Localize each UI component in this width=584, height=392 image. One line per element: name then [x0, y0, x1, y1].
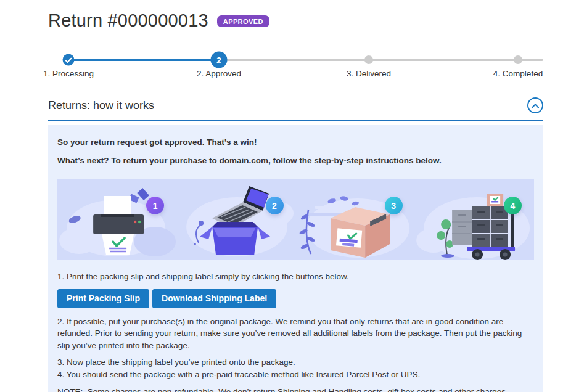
illustration-label-step: 3 — [296, 179, 415, 260]
step-delivered-dot — [364, 55, 373, 64]
instruction-step-3: 3. Now place the shipping label you’ve p… — [57, 356, 534, 369]
package-label-illustration — [296, 179, 415, 260]
return-instructions-panel: So your return request got approved. Tha… — [48, 125, 543, 392]
illustration-step-3-badge: 3 — [385, 197, 403, 214]
intro-line-1: So your return request got approved. Tha… — [57, 136, 534, 149]
returns-how-it-works-header: Returns: how it works — [48, 97, 543, 121]
print-packing-slip-button[interactable]: Print Packing Slip — [57, 289, 149, 308]
page-title: Return #000000013 — [48, 9, 208, 32]
section-title: Returns: how it works — [48, 99, 154, 112]
instruction-steps-3-4: 3. Now place the shipping label you’ve p… — [57, 356, 534, 380]
check-icon — [65, 54, 72, 65]
intro-line-2: What’s next? To return your purchase to … — [57, 155, 534, 167]
illustration-step-2-badge: 2 — [266, 197, 284, 214]
instruction-step-4: 4. You should send the package with a pr… — [57, 369, 534, 381]
step-label-delivered: 3. Delivered — [347, 69, 391, 78]
step-completed-dot — [514, 55, 522, 64]
return-status-stepper: 2 1. Processing 2. Approved 3. Delivered… — [48, 47, 543, 85]
step-approved-dot: 2 — [211, 52, 228, 68]
chevron-up-icon — [532, 101, 539, 110]
box-laptop-illustration — [176, 179, 295, 260]
label-buttons-row: Print Packing Slip Download Shipping Lab… — [57, 289, 534, 308]
status-badge: APPROVED — [217, 15, 269, 27]
download-shipping-label-button[interactable]: Download Shipping Label — [152, 289, 276, 308]
page-header: Return #000000013 APPROVED — [48, 9, 543, 32]
stepper-track-completed — [68, 59, 219, 61]
illustration-send-step: 4 — [415, 179, 534, 260]
step-approved-number: 2 — [216, 55, 221, 65]
illustration-print-step: 1 — [57, 179, 176, 260]
step-label-approved: 2. Approved — [197, 69, 241, 78]
how-it-works-illustration: 1 — [57, 179, 534, 260]
step-processing-dot — [63, 54, 75, 66]
instruction-step-2: 2. If possible, put your purchase(s) in … — [57, 316, 534, 352]
illustration-step-4-badge: 4 — [504, 197, 522, 214]
non-refundable-note: NOTE: Some charges are non-refundable. W… — [57, 386, 534, 392]
return-page: Return #000000013 APPROVED 2 1. Processi… — [48, 9, 543, 392]
instruction-step-1: 1. Print the packing slip and shipping l… — [57, 271, 534, 283]
step-label-completed: 4. Completed — [493, 69, 543, 78]
collapse-section-button[interactable] — [527, 97, 543, 113]
step-label-processing: 1. Processing — [43, 69, 94, 78]
printer-illustration — [57, 179, 176, 260]
cart-boxes-illustration — [415, 179, 534, 260]
illustration-pack-step: 2 — [176, 179, 295, 260]
